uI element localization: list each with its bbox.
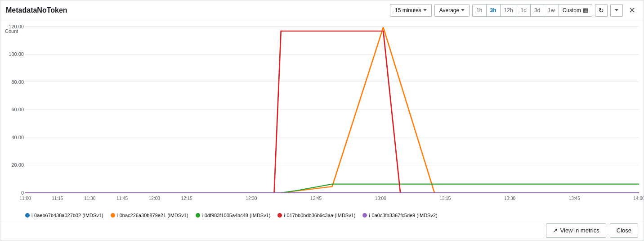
legend-label: i-0aeb67b438a027b02 (IMDSv1)	[31, 213, 103, 218]
x-tick-label: 13:45	[569, 196, 580, 201]
legend-item: i-0df983f1005a4bc48 (IMDSv1)	[196, 213, 271, 218]
time-range-group: 1h 3h 12h 1d 3d 1w Custom ▦	[472, 4, 592, 17]
y-tick-label: 80.00	[4, 79, 24, 85]
legend-color-dot	[25, 213, 30, 218]
x-tick-label: 11:00	[19, 196, 31, 201]
y-tick-label: 40.00	[4, 135, 24, 140]
x-tick-label: 11:45	[116, 196, 128, 201]
chart-inner: 020.0040.0060.0080.00100.00120.00	[25, 25, 639, 193]
legend-color-dot	[196, 213, 200, 218]
x-tick-label: 12:30	[246, 196, 257, 201]
y-tick-label: 100.00	[4, 51, 24, 57]
interval-dropdown[interactable]: 15 minutes	[390, 4, 432, 17]
x-tick-label: 13:15	[439, 196, 451, 201]
x-tick-label: 13:00	[375, 196, 386, 201]
time-btn-3d[interactable]: 3d	[531, 5, 544, 16]
x-tick-label: 13:30	[504, 196, 515, 201]
x-tick-label: 12:00	[149, 196, 160, 201]
legend-label: i-017bb0bdb36b9c3aa (IMDSv1)	[284, 213, 355, 218]
view-in-metrics-button[interactable]: ↗ View in metrics	[546, 223, 606, 238]
view-metrics-label: View in metrics	[560, 227, 599, 234]
footer: ↗ View in metrics Close	[0, 220, 644, 241]
x-tick-label: 14:00	[633, 196, 644, 201]
custom-label: Custom	[563, 7, 581, 14]
calendar-icon: ▦	[583, 7, 588, 14]
time-btn-1w[interactable]: 1w	[544, 5, 559, 16]
x-tick-label: 12:45	[310, 196, 322, 201]
external-link-icon: ↗	[553, 227, 558, 234]
close-panel-button[interactable]: ✕	[626, 4, 638, 17]
legend-item: i-0bac226a30b879e21 (IMDSv1)	[111, 213, 188, 218]
chart-svg	[25, 25, 639, 193]
time-btn-12h[interactable]: 12h	[501, 5, 517, 16]
time-btn-3h[interactable]: 3h	[487, 5, 501, 16]
actions-arrow-icon	[615, 9, 618, 11]
legend-label: i-0df983f1005a4bc48 (IMDSv1)	[202, 213, 271, 218]
legend-color-dot	[111, 213, 115, 218]
interval-label: 15 minutes	[395, 7, 421, 14]
legend-item: i-017bb0bdb36b9c3aa (IMDSv1)	[277, 213, 355, 218]
stat-dropdown[interactable]: Average	[434, 4, 470, 17]
header-controls: 15 minutes Average 1h 3h 12h 1d 3d 1w Cu…	[390, 4, 638, 17]
close-button[interactable]: Close	[610, 223, 638, 238]
time-btn-1h[interactable]: 1h	[473, 5, 486, 16]
legend-color-dot	[362, 213, 367, 218]
y-axis-label: Count	[5, 28, 18, 34]
y-tick-label: 20.00	[4, 162, 24, 168]
actions-dropdown-button[interactable]	[610, 4, 623, 17]
stat-label: Average	[439, 7, 459, 14]
panel: MetadataNoToken 15 minutes Average 1h 3h…	[0, 0, 644, 241]
legend-color-dot	[277, 213, 282, 218]
time-btn-1d[interactable]: 1d	[517, 5, 531, 16]
custom-btn[interactable]: Custom ▦	[559, 5, 592, 16]
refresh-icon: ↻	[599, 7, 604, 14]
chart-line	[25, 27, 639, 193]
interval-arrow-icon	[423, 9, 427, 11]
panel-title: MetadataNoToken	[6, 6, 385, 14]
x-tick-label: 11:30	[84, 196, 95, 201]
legend-item: i-0aeb67b438a027b02 (IMDSv1)	[25, 213, 103, 218]
y-tick-label: 60.00	[4, 107, 24, 112]
legend-label: i-0a0c3fb3367fc5de9 (IMDSv2)	[369, 213, 437, 218]
legend: i-0aeb67b438a027b02 (IMDSv1)i-0bac226a30…	[25, 213, 639, 218]
refresh-button[interactable]: ↻	[595, 4, 608, 17]
chart-line	[25, 31, 639, 193]
stat-arrow-icon	[461, 9, 465, 11]
close-icon: ✕	[629, 5, 635, 15]
chart-area: Count 020.0040.0060.0080.00100.00120.00 …	[0, 20, 644, 220]
x-axis: 11:0011:1511:3011:4512:0012:1512:3012:45…	[25, 194, 639, 203]
close-label: Close	[617, 227, 631, 234]
legend-item: i-0a0c3fb3367fc5de9 (IMDSv2)	[362, 213, 437, 218]
header: MetadataNoToken 15 minutes Average 1h 3h…	[0, 0, 644, 20]
x-tick-label: 11:15	[52, 196, 63, 201]
y-tick-label: 0	[4, 190, 24, 196]
x-tick-label: 12:15	[181, 196, 192, 201]
y-tick-label: 120.00	[4, 24, 24, 29]
legend-label: i-0bac226a30b879e21 (IMDSv1)	[117, 213, 188, 218]
